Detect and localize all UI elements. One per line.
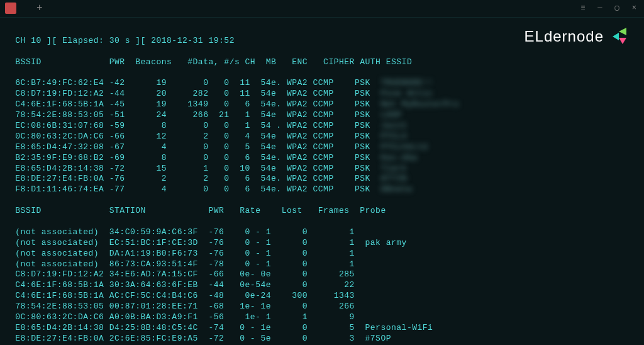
- logo-icon: [609, 25, 631, 48]
- ap-row: E8:65:D4:2B:14:38 -72 15 1 0 10 54e WPA2…: [10, 164, 634, 174]
- ap-row: 6C:B7:49:FC:62:E4 -42 19 0 0 11 54e. WPA…: [10, 78, 634, 89]
- ap-row: EC:08:6B:31:07:68 -59 8 0 0 1 54 . WPA2 …: [10, 121, 634, 132]
- more-icon[interactable]: ≡: [578, 4, 587, 14]
- station-row: (not associated) DA:A1:19:B0:F6:73 -76 0…: [10, 249, 634, 259]
- maximize-icon[interactable]: ▢: [613, 4, 622, 14]
- brand-logo: ELdernode: [525, 25, 631, 48]
- new-tab-button[interactable]: +: [31, 2, 48, 15]
- active-tab[interactable]: [5, 3, 16, 14]
- ap-row: C8:D7:19:FD:12:A2 -44 20 282 0 11 54e WP…: [10, 89, 634, 99]
- station-row: (not associated) 86:73:CA:93:51:4F -78 0…: [10, 259, 634, 270]
- essid-blurred: DBnetw: [380, 184, 412, 194]
- essid-blurred: ATTIN: [380, 174, 407, 183]
- ap-row: B2:35:9F:E9:68:B2 -69 8 0 0 6 54e. WPA2 …: [10, 153, 634, 164]
- terminal-output: CH 10 ][ Elapsed: 30 s ][ 2018-12-31 19:…: [0, 18, 644, 345]
- station-row: C4:6E:1F:68:5B:1A 30:3A:64:63:6F:EB -44 …: [10, 280, 634, 291]
- station-row: 78:54:2E:88:53:05 00:87:01:28:EE:71 -68 …: [10, 302, 634, 312]
- close-icon[interactable]: ×: [630, 4, 639, 14]
- essid-blurred: Kas-dbw: [380, 153, 417, 162]
- station-row: C4:6E:1F:68:5B:1A AC:CF:5C:C4:B4:C6 -48 …: [10, 291, 634, 302]
- essid-blurred: Jazz1: [380, 121, 407, 130]
- essid-blurred: TRUENODE!!: [380, 78, 433, 88]
- station-table: (not associated) 34:C0:59:9A:C6:3F -76 0…: [10, 227, 634, 344]
- window-controls: ≡ — ▢ ×: [578, 4, 639, 14]
- ap-row: F8:D1:11:46:74:EA -77 4 0 0 6 54e. WPA2 …: [10, 184, 634, 195]
- ap-row: 0C:80:63:2C:DA:C6 -66 12 2 0 4 54e WPA2 …: [10, 132, 634, 142]
- station-row: (not associated) EC:51:BC:1F:CE:3D -76 0…: [10, 238, 634, 249]
- ap-row: E8:DE:27:E4:FB:0A -76 2 2 0 6 54e. WPA2 …: [10, 174, 634, 184]
- essid-blurred: Net MyRouterPro: [380, 99, 459, 109]
- station-row: 0C:80:63:2C:DA:C6 A0:0B:BA:D3:A9:F1 -56 …: [10, 312, 634, 323]
- svg-marker-1: [619, 28, 626, 35]
- svg-marker-2: [619, 38, 626, 44]
- tab-area: +: [5, 2, 48, 15]
- tab-label: [19, 7, 29, 9]
- station-row: (not associated) 34:C0:59:9A:C6:3F -76 0…: [10, 227, 634, 238]
- ap-row: C4:6E:1F:68:5B:1A -45 19 1349 0 6 54e. W…: [10, 99, 634, 110]
- station-row: E8:65:D4:2B:14:38 D4:25:8B:48:C5:4C -74 …: [10, 323, 634, 334]
- ap-row: E8:65:D4:47:32:08 -67 4 0 0 5 54e WPA2 C…: [10, 142, 634, 153]
- station-header: BSSID STATION PWR Rate Lost Frames Probe: [10, 206, 386, 215]
- essid-blurred: Pine Attic: [380, 89, 433, 98]
- ap-header: BSSID PWR Beacons #Data, #/s CH MB ENC C…: [10, 57, 412, 67]
- logo-text: ELdernode: [525, 26, 604, 46]
- station-row: C8:D7:19:FD:12:A2 34:E6:AD:7A:15:CF -66 …: [10, 269, 634, 280]
- station-row: E8:DE:27:E4:FB:0A 2C:6E:85:FC:E9:A5 -72 …: [10, 334, 634, 344]
- essid-blurred: Tlark: [380, 164, 407, 173]
- minimize-icon[interactable]: —: [595, 4, 604, 14]
- ap-row: 78:54:2E:88:53:05 -51 24 266 21 1 54e WP…: [10, 110, 634, 121]
- essid-blurred: PTCL4: [380, 132, 407, 141]
- status-line: CH 10 ][ Elapsed: 30 s ][ 2018-12-31 19:…: [10, 36, 235, 45]
- essid-blurred: LOOP: [380, 110, 401, 120]
- essid-blurred: PTCLhbLtd: [380, 142, 428, 152]
- ap-table: 6C:B7:49:FC:62:E4 -42 19 0 0 11 54e. WPA…: [10, 78, 634, 195]
- svg-marker-0: [613, 33, 619, 40]
- titlebar: + ≡ — ▢ ×: [0, 0, 644, 18]
